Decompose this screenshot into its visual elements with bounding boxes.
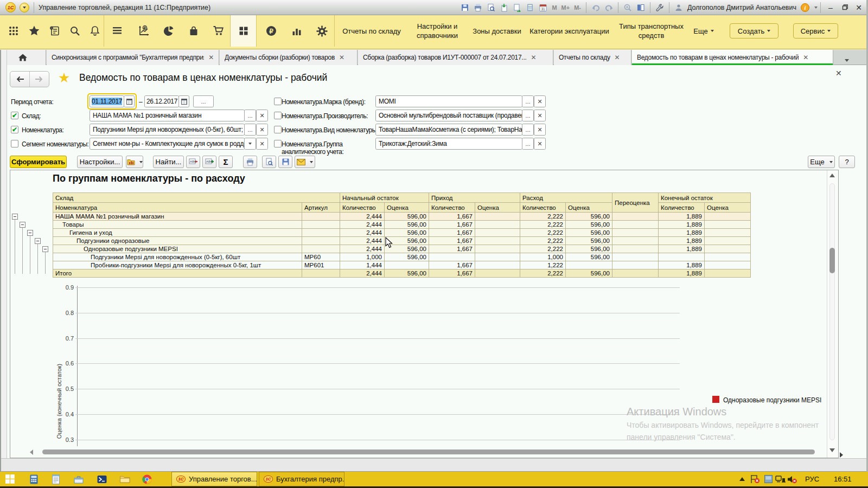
table-cell[interactable]: 596,00	[385, 253, 429, 261]
filter-checkbox[interactable]	[11, 140, 18, 147]
table-cell[interactable]: 1,889	[659, 229, 705, 237]
tab-close-icon[interactable]: ✕	[615, 54, 620, 61]
table-cell[interactable]	[475, 237, 520, 245]
menu-functions-icon[interactable]	[111, 24, 124, 37]
filter-clear-button[interactable]: ✕	[534, 138, 546, 150]
table-cell[interactable]: 1,000	[520, 253, 566, 261]
tray-expand-icon[interactable]	[737, 474, 748, 484]
table-cell[interactable]: 596,00	[566, 237, 612, 245]
back-button[interactable]	[10, 72, 29, 87]
purchases-bag-icon[interactable]	[187, 24, 200, 37]
table-cell[interactable]	[612, 221, 659, 229]
table-cell[interactable]: 1,889	[659, 221, 705, 229]
table-cell[interactable]: 596,00	[385, 221, 429, 229]
memory-m-plus-button[interactable]: M+	[559, 4, 572, 11]
date-to-calendar-icon[interactable]	[178, 95, 189, 107]
planning-chart-icon[interactable]: ₽	[137, 24, 150, 37]
table-cell[interactable]: 1,889	[659, 269, 705, 278]
more-actions-button[interactable]: Еще	[808, 156, 835, 168]
table-cell[interactable]: 596,00	[385, 229, 429, 237]
table-cell[interactable]: 2,444	[340, 213, 385, 221]
settings-button[interactable]: Настройки...	[77, 156, 123, 168]
filter-select-button[interactable]: ...	[522, 138, 534, 150]
tree-collapse-icon[interactable]	[12, 214, 18, 220]
generate-button[interactable]: Сформировать	[10, 156, 67, 168]
print-preview-icon[interactable]	[484, 2, 497, 14]
tab-close-icon[interactable]: ✕	[339, 54, 344, 61]
tab-report-active[interactable]: Ведомость по товарам в ценах номенклатур…	[632, 50, 833, 65]
table-cell[interactable]	[475, 229, 520, 237]
admin-gear-icon[interactable]	[315, 24, 328, 37]
zoom-icon[interactable]	[621, 2, 634, 14]
date-to-input[interactable]: 26.12.2017	[144, 95, 179, 107]
info-icon[interactable]: i	[799, 2, 812, 14]
calendar-icon[interactable]: 31	[537, 2, 550, 14]
favorite-star-icon[interactable]: ★	[58, 70, 70, 86]
table-cell[interactable]: 2,444	[340, 269, 385, 278]
table-cell[interactable]: 596,00	[566, 245, 612, 253]
table-cell[interactable]: 2,444	[340, 229, 385, 237]
pie-chart-icon[interactable]	[162, 24, 175, 37]
service-button[interactable]: Сервис	[793, 23, 838, 38]
current-user-name[interactable]: Долгополов Дмитрий Анатольевич	[687, 4, 796, 11]
totals-sigma-button[interactable]: Σ	[219, 156, 233, 168]
filter-select-button[interactable]: ...	[244, 124, 256, 136]
table-cell[interactable]	[612, 269, 659, 278]
menu-more[interactable]: Еще	[690, 15, 717, 47]
filter-dropdown-button[interactable]	[244, 138, 256, 150]
filter-clear-button[interactable]: ✕	[534, 124, 546, 136]
vertical-scrollbar-thumb[interactable]	[829, 248, 835, 273]
main-menu-dropdown-icon[interactable]	[20, 3, 29, 12]
table-cell[interactable]	[705, 269, 751, 278]
table-row-name[interactable]: Пробники-подгузники Mepsi для новорожден…	[53, 261, 302, 269]
table-cell[interactable]: 2,222	[520, 237, 566, 245]
calculator-icon[interactable]	[524, 2, 537, 14]
table-row-name[interactable]: Товары	[53, 221, 302, 229]
menu-settings-references[interactable]: Настройки и справочники	[408, 15, 467, 47]
table-cell[interactable]	[612, 261, 659, 269]
table-cell[interactable]	[612, 253, 659, 261]
notifications-bell-icon[interactable]	[88, 24, 101, 37]
tree-collapse-icon[interactable]	[35, 238, 41, 244]
table-cell[interactable]: 1,667	[429, 213, 475, 221]
table-cell[interactable]: 1,667	[429, 237, 475, 245]
expand-groups-button[interactable]: ABC	[202, 156, 216, 168]
tray-volume-icon[interactable]	[787, 474, 797, 484]
table-cell[interactable]	[475, 221, 520, 229]
menu-warehouse-reports[interactable]: Отчеты по складу	[339, 15, 404, 47]
table-cell[interactable]: 2,444	[340, 221, 385, 229]
save-report-button[interactable]	[278, 156, 292, 168]
filter-clear-button[interactable]: ✕	[534, 95, 546, 107]
filter-checkbox[interactable]	[274, 98, 282, 105]
table-row-name[interactable]: Гигиена и уход	[53, 229, 302, 237]
tray-flag-icon[interactable]	[750, 474, 761, 484]
memory-m-minus-button[interactable]: M-	[572, 4, 583, 11]
menu-exploitation-categories[interactable]: Категории эксплуатации	[527, 15, 611, 47]
filter-checkbox[interactable]	[274, 126, 282, 133]
tree-collapse-icon[interactable]	[27, 230, 33, 236]
tab-assembly-document[interactable]: Сборка (разборка) товаров И1УТ-000007 от…	[358, 50, 553, 65]
start-button-icon[interactable]	[4, 474, 15, 484]
app-logo-1c-icon[interactable]: 1С	[5, 2, 16, 12]
table-cell[interactable]: 1,667	[429, 269, 475, 278]
info-dropdown-icon[interactable]	[814, 7, 818, 9]
table-cell[interactable]	[612, 229, 659, 237]
report-variants-button[interactable]	[126, 156, 143, 168]
scroll-up-icon[interactable]	[829, 174, 835, 177]
table-row-name[interactable]: Подгузники одноразовые	[53, 237, 302, 245]
table-cell[interactable]	[475, 253, 520, 261]
clock[interactable]: 16:51	[834, 475, 852, 483]
create-button[interactable]: Создать	[730, 23, 778, 38]
scroll-right-icon[interactable]	[840, 452, 843, 458]
import-icon[interactable]	[497, 2, 510, 14]
analytics-bars-icon[interactable]	[290, 24, 303, 37]
search-icon[interactable]	[68, 24, 81, 37]
menu-transport-types[interactable]: Типы транспортных средств	[615, 15, 688, 47]
table-cell[interactable]: 1,889	[659, 261, 705, 269]
filter-select-button[interactable]: ...	[522, 124, 534, 136]
filter-value-input[interactable]: Сегмент ном-ры - Комплектующие для сумок…	[90, 138, 245, 150]
taskbar-briefcase-icon[interactable]	[73, 474, 84, 484]
table-cell[interactable]: 2,444	[340, 237, 385, 245]
filter-select-button[interactable]: ...	[522, 95, 534, 107]
tray-network-icon[interactable]	[775, 474, 786, 484]
